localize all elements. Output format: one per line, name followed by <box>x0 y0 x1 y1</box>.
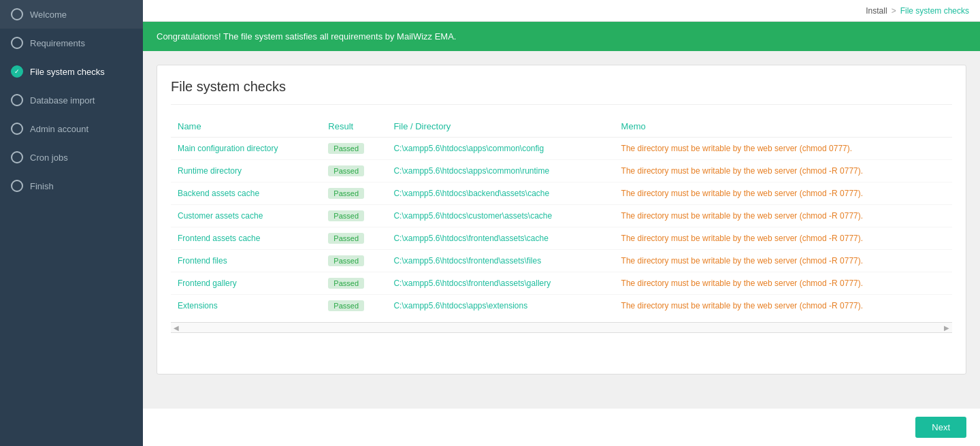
table-row: Runtime directoryPassedC:\xampp5.6\htdoc… <box>171 160 952 182</box>
table-row: Customer assets cachePassedC:\xampp5.6\h… <box>171 205 952 227</box>
sidebar-label-database-import: Database import <box>30 95 95 106</box>
breadcrumb-current: File system checks <box>900 6 969 16</box>
row-path: C:\xampp5.6\htdocs\apps\common\config <box>387 138 614 160</box>
row-path: C:\xampp5.6\htdocs\customer\assets\cache <box>387 205 614 227</box>
row-name: Frontend gallery <box>171 272 321 295</box>
scroll-right-arrow[interactable]: ▶ <box>944 324 949 332</box>
breadcrumb-install[interactable]: Install <box>866 6 887 16</box>
card: File system checks Name Result File / Di… <box>157 65 966 375</box>
table-row: Main configuration directoryPassedC:\xam… <box>171 138 952 160</box>
row-name: Customer assets cache <box>171 205 321 227</box>
sidebar-icon-finish <box>11 180 23 192</box>
sidebar-label-finish: Finish <box>30 181 54 191</box>
sidebar-item-welcome[interactable]: Welcome <box>0 0 143 29</box>
row-result: Passed <box>321 138 387 160</box>
sidebar-icon-cron-jobs <box>11 151 23 163</box>
row-memo: The directory must be writable by the we… <box>615 182 952 205</box>
scroll-left-arrow[interactable]: ◀ <box>174 324 179 332</box>
content-area: File system checks Name Result File / Di… <box>143 51 980 408</box>
row-result: Passed <box>321 272 387 295</box>
sidebar-icon-admin-account <box>11 123 23 135</box>
next-button[interactable]: Next <box>915 417 966 438</box>
sidebar-label-welcome: Welcome <box>30 10 67 20</box>
row-name: Frontend files <box>171 250 321 272</box>
table-row: Backend assets cachePassedC:\xampp5.6\ht… <box>171 182 952 205</box>
row-result: Passed <box>321 250 387 272</box>
row-memo: The directory must be writable by the we… <box>615 205 952 227</box>
sidebar-icon-file-system-checks: ✓ <box>11 65 23 78</box>
col-path: File / Directory <box>387 116 614 138</box>
sidebar-item-cron-jobs[interactable]: Cron jobs <box>0 143 143 172</box>
row-result: Passed <box>321 182 387 205</box>
row-result: Passed <box>321 160 387 182</box>
sidebar-label-cron-jobs: Cron jobs <box>30 153 68 163</box>
row-memo: The directory must be writable by the we… <box>615 272 952 295</box>
success-banner: Congratulations! The file system satisfi… <box>143 22 980 51</box>
row-path: C:\xampp5.6\htdocs\frontend\assets\files <box>387 250 614 272</box>
sidebar-item-finish[interactable]: Finish <box>0 172 143 200</box>
row-path: C:\xampp5.6\htdocs\frontend\assets\galle… <box>387 272 614 295</box>
row-path: C:\xampp5.6\htdocs\apps\common\runtime <box>387 160 614 182</box>
sidebar-item-file-system-checks[interactable]: ✓File system checks <box>0 57 143 86</box>
sidebar-item-database-import[interactable]: Database import <box>0 86 143 114</box>
sidebar-label-admin-account: Admin account <box>30 124 88 134</box>
row-path: C:\xampp5.6\htdocs\frontend\assets\cache <box>387 227 614 250</box>
main-content: Install > File system checks Congratulat… <box>143 0 980 446</box>
sidebar-item-requirements[interactable]: Requirements <box>0 29 143 57</box>
sidebar-icon-database-import <box>11 94 23 106</box>
table-row: Frontend assets cachePassedC:\xampp5.6\h… <box>171 227 952 250</box>
row-memo: The directory must be writable by the we… <box>615 227 952 250</box>
table-header-row: Name Result File / Directory Memo <box>171 116 952 138</box>
breadcrumb-separator: > <box>892 6 896 16</box>
table-row: Frontend galleryPassedC:\xampp5.6\htdocs… <box>171 272 952 295</box>
row-name: Extensions <box>171 295 321 317</box>
sidebar-icon-welcome <box>11 8 23 20</box>
col-name: Name <box>171 116 321 138</box>
row-memo: The directory must be writable by the we… <box>615 250 952 272</box>
row-memo: The directory must be writable by the we… <box>615 138 952 160</box>
col-memo: Memo <box>615 116 952 138</box>
card-title: File system checks <box>171 79 952 105</box>
row-path: C:\xampp5.6\htdocs\backend\assets\cache <box>387 182 614 205</box>
filesystem-table: Name Result File / Directory Memo Main c… <box>171 116 952 317</box>
col-result: Result <box>321 116 387 138</box>
row-name: Backend assets cache <box>171 182 321 205</box>
row-result: Passed <box>321 295 387 317</box>
sidebar-item-admin-account[interactable]: Admin account <box>0 114 143 143</box>
row-name: Main configuration directory <box>171 138 321 160</box>
row-name: Frontend assets cache <box>171 227 321 250</box>
row-path: C:\xampp5.6\htdocs\apps\extensions <box>387 295 614 317</box>
row-result: Passed <box>321 205 387 227</box>
banner-message: Congratulations! The file system satisfi… <box>157 31 456 42</box>
sidebar-icon-requirements <box>11 37 23 49</box>
horizontal-scrollbar[interactable]: ◀ ▶ <box>171 322 952 333</box>
row-memo: The directory must be writable by the we… <box>615 295 952 317</box>
table-row: ExtensionsPassedC:\xampp5.6\htdocs\apps\… <box>171 295 952 317</box>
table-row: Frontend filesPassedC:\xampp5.6\htdocs\f… <box>171 250 952 272</box>
row-result: Passed <box>321 227 387 250</box>
sidebar: WelcomeRequirements✓File system checksDa… <box>0 0 143 446</box>
bottom-bar: Next <box>143 408 980 446</box>
table-body: Main configuration directoryPassedC:\xam… <box>171 138 952 317</box>
sidebar-label-requirements: Requirements <box>30 38 85 48</box>
sidebar-label-file-system-checks: File system checks <box>30 67 105 77</box>
row-memo: The directory must be writable by the we… <box>615 160 952 182</box>
row-name: Runtime directory <box>171 160 321 182</box>
topbar: Install > File system checks <box>143 0 980 22</box>
